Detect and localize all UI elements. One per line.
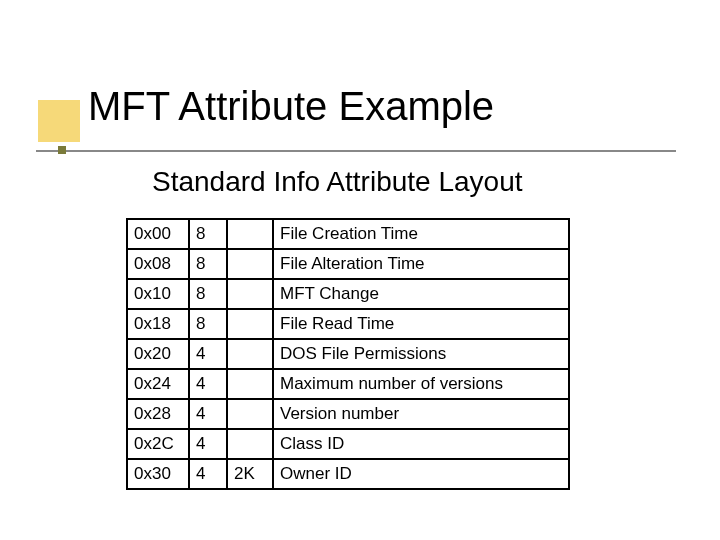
cell-size: 4 bbox=[189, 399, 227, 429]
table-row: 0x24 4 Maximum number of versions bbox=[127, 369, 569, 399]
cell-offset: 0x24 bbox=[127, 369, 189, 399]
cell-size: 4 bbox=[189, 369, 227, 399]
cell-offset: 0x20 bbox=[127, 339, 189, 369]
cell-offset: 0x00 bbox=[127, 219, 189, 249]
cell-offset: 0x2C bbox=[127, 429, 189, 459]
cell-desc: File Creation Time bbox=[273, 219, 569, 249]
cell-desc: Maximum number of versions bbox=[273, 369, 569, 399]
table-row: 0x00 8 File Creation Time bbox=[127, 219, 569, 249]
cell-desc: DOS File Permissions bbox=[273, 339, 569, 369]
cell-size: 4 bbox=[189, 459, 227, 489]
cell-extra bbox=[227, 399, 273, 429]
cell-extra bbox=[227, 369, 273, 399]
cell-desc: File Read Time bbox=[273, 309, 569, 339]
cell-extra bbox=[227, 249, 273, 279]
cell-desc: Version number bbox=[273, 399, 569, 429]
cell-offset: 0x18 bbox=[127, 309, 189, 339]
cell-offset: 0x10 bbox=[127, 279, 189, 309]
divider-tick bbox=[58, 146, 66, 154]
cell-size: 8 bbox=[189, 309, 227, 339]
cell-desc: File Alteration Time bbox=[273, 249, 569, 279]
attribute-table: 0x00 8 File Creation Time 0x08 8 File Al… bbox=[126, 218, 570, 490]
cell-extra bbox=[227, 339, 273, 369]
cell-size: 8 bbox=[189, 279, 227, 309]
decor-square bbox=[38, 100, 80, 142]
cell-extra bbox=[227, 279, 273, 309]
cell-extra bbox=[227, 219, 273, 249]
cell-desc: Class ID bbox=[273, 429, 569, 459]
cell-extra bbox=[227, 429, 273, 459]
cell-size: 8 bbox=[189, 249, 227, 279]
divider-line bbox=[36, 150, 676, 152]
table-row: 0x08 8 File Alteration Time bbox=[127, 249, 569, 279]
slide: MFT Attribute Example Standard Info Attr… bbox=[0, 0, 720, 540]
cell-extra: 2K bbox=[227, 459, 273, 489]
table-row: 0x20 4 DOS File Permissions bbox=[127, 339, 569, 369]
slide-title: MFT Attribute Example bbox=[88, 84, 494, 129]
table-row: 0x2C 4 Class ID bbox=[127, 429, 569, 459]
cell-size: 4 bbox=[189, 339, 227, 369]
slide-subtitle: Standard Info Attribute Layout bbox=[152, 166, 522, 198]
table-row: 0x10 8 MFT Change bbox=[127, 279, 569, 309]
cell-size: 4 bbox=[189, 429, 227, 459]
table-row: 0x28 4 Version number bbox=[127, 399, 569, 429]
table-row: 0x30 4 2K Owner ID bbox=[127, 459, 569, 489]
cell-desc: Owner ID bbox=[273, 459, 569, 489]
cell-size: 8 bbox=[189, 219, 227, 249]
cell-offset: 0x30 bbox=[127, 459, 189, 489]
cell-offset: 0x28 bbox=[127, 399, 189, 429]
table-row: 0x18 8 File Read Time bbox=[127, 309, 569, 339]
cell-extra bbox=[227, 309, 273, 339]
cell-desc: MFT Change bbox=[273, 279, 569, 309]
cell-offset: 0x08 bbox=[127, 249, 189, 279]
